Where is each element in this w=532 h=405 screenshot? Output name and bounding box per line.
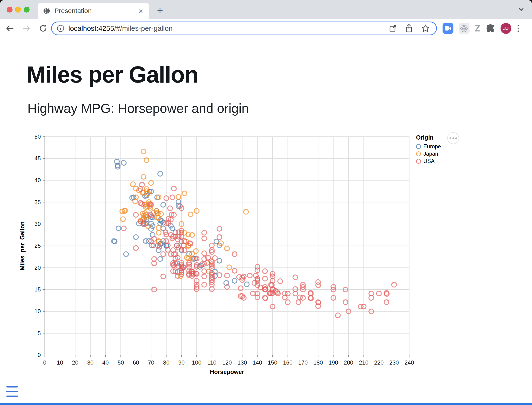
atom-icon [460, 24, 468, 33]
svg-text:200: 200 [344, 359, 353, 366]
window-zoom-button[interactable] [24, 7, 30, 13]
tab-title: Presentation [55, 7, 137, 15]
legend-item-europe: Europe [416, 143, 441, 150]
dot-icon [455, 137, 457, 139]
url-text[interactable]: localhost:4255/#/miles-per-gallon [68, 24, 389, 32]
page-subtitle: Highway MPG: Horsepower and origin [27, 101, 249, 116]
svg-text:130: 130 [237, 359, 247, 366]
svg-text:40: 40 [34, 177, 41, 183]
tab-search-chevron-icon[interactable] [517, 6, 525, 13]
browser-window: Presentation × + [0, 0, 532, 405]
window-close-button[interactable] [7, 7, 13, 13]
dot-icon [450, 137, 451, 139]
svg-text:20: 20 [72, 359, 78, 366]
svg-text:35: 35 [34, 199, 41, 205]
svg-text:20: 20 [34, 264, 41, 271]
dot-icon [452, 137, 454, 139]
svg-text:30: 30 [34, 221, 41, 227]
legend-ring-icon [416, 159, 421, 164]
legend-ring-icon [416, 144, 421, 149]
svg-text:110: 110 [207, 359, 216, 366]
mpg-scatter-chart: 0102030405060708090100110120130140150160… [0, 39, 532, 405]
svg-text:120: 120 [222, 359, 232, 366]
video-camera-icon [445, 26, 451, 31]
extensions-puzzle-icon[interactable] [485, 23, 495, 33]
svg-text:150: 150 [268, 359, 277, 366]
back-button[interactable] [3, 22, 17, 35]
extension-icons: Z JJ [443, 21, 520, 35]
presentation-progress-bar[interactable] [0, 403, 532, 405]
globe-favicon-icon [43, 7, 50, 14]
svg-text:190: 190 [328, 359, 338, 366]
svg-text:0: 0 [38, 352, 41, 358]
legend-ring-icon [416, 151, 421, 156]
browser-menu-kebab-icon[interactable] [517, 23, 520, 33]
window-minimize-button[interactable] [15, 7, 21, 13]
presentation-slide: Miles per Gallon Highway MPG: Horsepower… [0, 39, 532, 405]
svg-text:30: 30 [87, 359, 94, 366]
svg-text:15: 15 [34, 286, 41, 293]
tab-strip: Presentation × + [0, 0, 532, 19]
back-arrow-icon [5, 24, 15, 33]
vega-actions-button[interactable] [447, 132, 459, 144]
svg-text:80: 80 [163, 359, 170, 366]
legend-label: Europe [423, 143, 441, 150]
legend-item-japan: Japan [416, 150, 441, 158]
open-in-new-window-icon[interactable] [389, 24, 397, 32]
svg-text:25: 25 [34, 243, 41, 249]
svg-text:210: 210 [359, 359, 368, 366]
zoom-app-icon[interactable] [443, 23, 453, 34]
svg-text:60: 60 [133, 359, 139, 366]
bookmark-star-icon[interactable] [421, 24, 430, 33]
svg-text:50: 50 [118, 359, 124, 366]
url-path: /#/miles-per-gallon [114, 24, 172, 32]
reload-icon [38, 24, 48, 33]
svg-text:100: 100 [192, 359, 201, 366]
svg-text:90: 90 [178, 359, 184, 366]
z-extension-icon[interactable]: Z [475, 23, 480, 34]
url-bar[interactable]: localhost:4255/#/miles-per-gallon [51, 21, 437, 35]
forward-button[interactable] [20, 22, 33, 35]
tab-close-icon[interactable]: × [137, 7, 144, 15]
react-devtools-icon[interactable] [459, 23, 470, 34]
page-info-icon[interactable] [57, 24, 65, 32]
forward-arrow-icon [22, 24, 31, 33]
svg-text:230: 230 [389, 359, 399, 366]
browser-tab[interactable]: Presentation × [38, 3, 149, 19]
legend-item-usa: USA [416, 158, 441, 165]
svg-text:180: 180 [313, 359, 323, 366]
browser-toolbar: localhost:4255/#/miles-per-gallon [0, 19, 532, 38]
reload-button[interactable] [36, 22, 50, 35]
new-tab-button[interactable]: + [153, 4, 167, 18]
svg-text:170: 170 [298, 359, 308, 366]
svg-text:50: 50 [34, 133, 41, 140]
svg-text:10: 10 [57, 359, 63, 366]
svg-text:10: 10 [34, 308, 41, 314]
svg-text:Horsepower: Horsepower [210, 369, 244, 375]
legend-label: USA [423, 158, 435, 164]
url-host: localhost:4255 [68, 24, 114, 32]
slide-menu-hamburger-icon[interactable] [6, 386, 18, 397]
svg-text:0: 0 [43, 359, 46, 366]
svg-text:45: 45 [34, 155, 41, 162]
legend-title: Origin [416, 134, 441, 141]
page-title: Miles per Gallon [27, 61, 198, 88]
legend-label: Japan [423, 151, 438, 157]
svg-text:160: 160 [283, 359, 293, 366]
svg-text:70: 70 [148, 359, 154, 366]
svg-text:240: 240 [404, 359, 414, 366]
chart-legend: Origin EuropeJapanUSA [416, 134, 441, 165]
svg-text:140: 140 [253, 359, 262, 366]
svg-text:220: 220 [374, 359, 384, 366]
svg-text:5: 5 [38, 330, 41, 336]
svg-text:Miles_per_Gallon: Miles_per_Gallon [19, 222, 26, 270]
svg-text:40: 40 [102, 359, 109, 366]
profile-avatar[interactable]: JJ [500, 23, 512, 34]
share-icon[interactable] [405, 24, 413, 33]
